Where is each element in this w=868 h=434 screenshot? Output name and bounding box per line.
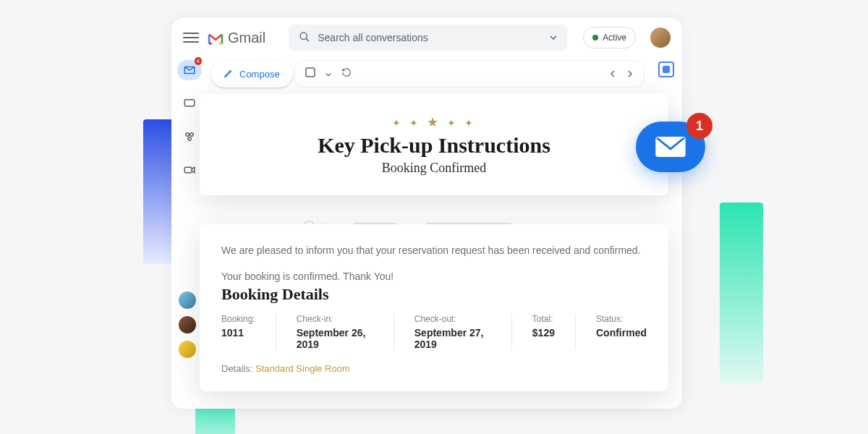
rail-bottom-avatars: [179, 292, 196, 358]
svg-rect-6: [184, 167, 192, 173]
search-caret-icon[interactable]: [550, 32, 557, 43]
contact-avatar[interactable]: [179, 292, 196, 309]
stars-decoration: ✦ ✦ ★ ✦ ✦: [392, 114, 476, 130]
svg-rect-2: [184, 100, 195, 106]
envelope-icon: [654, 135, 687, 158]
details-line: Details: Standard Single Room: [221, 363, 647, 374]
notification-count: 1: [686, 113, 712, 139]
next-page-icon[interactable]: [626, 67, 634, 80]
gmail-m-icon: [208, 32, 224, 43]
email-header-card: ✦ ✦ ★ ✦ ✦ Key Pick-up Instructions Booki…: [200, 94, 668, 195]
contact-avatar[interactable]: [179, 341, 196, 358]
details-link[interactable]: Standard Single Room: [255, 363, 350, 374]
search-placeholder: Search all conversations: [318, 32, 428, 43]
booking-value: 1011: [221, 327, 255, 339]
status-label: Status:: [596, 314, 647, 324]
email-title: Key Pick-up Instructions: [318, 133, 550, 158]
checkout-label: Check-out:: [414, 314, 491, 324]
rail-mail-badge: 4: [195, 57, 202, 65]
hamburger-menu-icon[interactable]: [183, 33, 199, 43]
details-label: Details:: [221, 363, 252, 374]
email-subtitle: Booking Confirmed: [382, 161, 487, 176]
gmail-brand-text: Gmail: [228, 30, 265, 46]
pencil-icon: [224, 68, 234, 80]
search-input[interactable]: Search all conversations: [289, 25, 567, 51]
booking-label: Booking:: [221, 314, 255, 324]
svg-point-0: [300, 33, 307, 39]
search-icon: [299, 31, 310, 45]
select-checkbox[interactable]: [305, 67, 315, 80]
account-avatar[interactable]: [650, 27, 671, 48]
toolbar-caret-icon[interactable]: [326, 67, 331, 80]
svg-point-4: [190, 133, 194, 137]
compose-button[interactable]: Compose: [210, 60, 293, 88]
rail-chat-icon[interactable]: [177, 93, 202, 114]
svg-point-3: [186, 133, 190, 137]
calendar-icon[interactable]: [658, 61, 674, 77]
booking-section-title: Booking Details: [221, 285, 647, 304]
booking-grid: Booking: 1011 Check-in: September 26, 20…: [221, 314, 647, 350]
active-status-chip[interactable]: Active: [583, 27, 636, 48]
checkin-value: September 26, 2019: [297, 327, 373, 350]
svg-point-5: [188, 137, 192, 141]
mail-notification-badge[interactable]: 1: [636, 122, 705, 172]
svg-rect-7: [306, 68, 315, 77]
total-value: $129: [532, 327, 555, 339]
gmail-logo: Gmail: [208, 30, 265, 46]
contact-avatar[interactable]: [179, 316, 196, 333]
booking-thanks-text: Your booking is confirmed. Thank You!: [221, 271, 647, 282]
decorative-teal-bar: [720, 203, 763, 383]
checkin-label: Check-in:: [297, 314, 373, 324]
gmail-top-bar: Gmail Search all conversations Active: [171, 18, 682, 57]
active-label: Active: [603, 33, 626, 43]
prev-page-icon[interactable]: [609, 67, 616, 80]
booking-intro-text: We are pleased to inform you that your r…: [221, 244, 647, 256]
svg-line-1: [306, 38, 309, 41]
mail-toolbar: [294, 60, 644, 88]
total-label: Total:: [532, 314, 555, 324]
rail-meet-icon[interactable]: [177, 160, 202, 180]
booking-details-card: We are pleased to inform you that your r…: [200, 224, 668, 391]
active-dot-icon: [592, 35, 598, 41]
rail-mail-icon[interactable]: 4: [177, 60, 202, 80]
status-value: Confirmed: [596, 327, 647, 339]
refresh-icon[interactable]: [341, 67, 352, 80]
rail-spaces-icon[interactable]: [177, 127, 202, 147]
checkout-value: September 27, 2019: [414, 327, 491, 350]
compose-label: Compose: [239, 69, 280, 80]
